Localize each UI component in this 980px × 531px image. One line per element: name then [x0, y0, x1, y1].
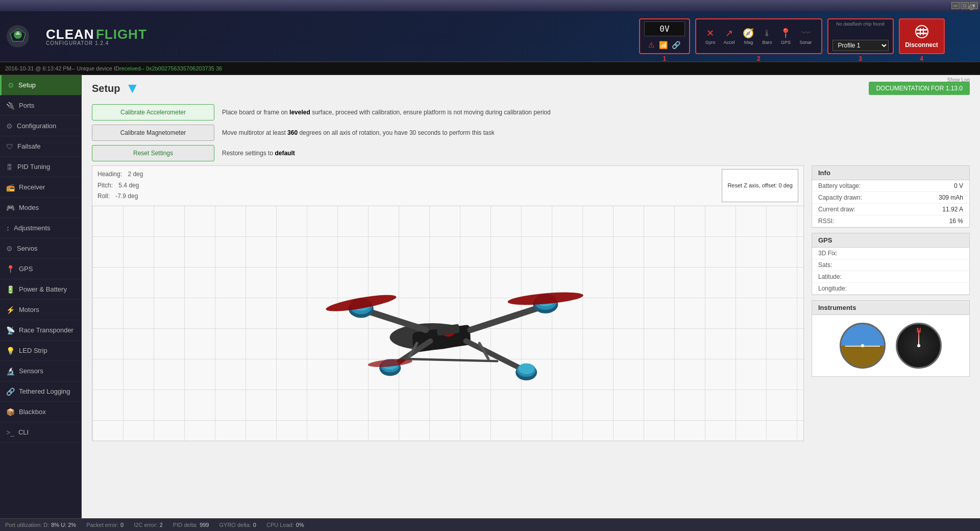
sats-label: Sats: [818, 261, 832, 269]
nav-label: Adjustments [14, 224, 51, 232]
header-right: 0V ⚠ 📶 🔗 1 ✕ Gyro ↗ Accel 🧭 Mag [639, 18, 975, 54]
sidebar-item-motors[interactable]: ⚡ Motors [0, 300, 81, 320]
reset-settings-button[interactable]: Reset Settings [92, 145, 214, 161]
received-text: received [119, 65, 141, 71]
sidebar-item-modes[interactable]: 🎮 Modes [0, 198, 81, 218]
logo-icon [5, 23, 31, 49]
drone-svg [282, 234, 614, 413]
sidebar-item-receiver[interactable]: 📻 Receiver [0, 177, 81, 198]
nav-label: PID Tuning [17, 163, 50, 171]
rssi-row: RSSI: 16 % [812, 215, 969, 227]
pid-value: 999 [200, 522, 209, 528]
sidebar-item-led-strip[interactable]: 💡 LED Strip [0, 341, 81, 361]
roll-row: Roll: -7.9 deg [97, 191, 143, 202]
gps-icon: 📍 [780, 28, 791, 39]
heading-row: Heading: 2 deg [97, 169, 143, 180]
voltage-icons: ⚠ 📶 🔗 [646, 39, 682, 51]
nav-label: LED Strip [19, 347, 47, 354]
accel-label: Accel [723, 40, 734, 45]
current-draw-label: Current draw: [818, 206, 855, 213]
doc-button[interactable]: DOCUMENTATION FOR 1.13.0 [869, 82, 970, 95]
minimize-button[interactable]: ─ [951, 2, 960, 9]
nav-label: Tethered Logging [19, 388, 70, 395]
svg-point-25 [518, 364, 534, 374]
profile-select[interactable]: Profile 1 [832, 40, 889, 51]
nav-icon: 🔬 [6, 367, 15, 375]
voltage-display: 0V [644, 21, 685, 36]
voltage-box: 0V ⚠ 📶 🔗 1 [639, 18, 690, 54]
svg-line-7 [363, 310, 426, 330]
nav-icon: 📦 [6, 408, 15, 416]
nav-icon: 🛡 [6, 142, 13, 151]
nav-icon: 📍 [6, 265, 15, 273]
gyro-icon: ✕ [706, 28, 714, 39]
fix-label: 3D Fix: [818, 250, 838, 257]
page-header: Setup ▼ DOCUMENTATION FOR 1.13.0 [92, 80, 970, 96]
pitch-value: 5.4 deg [118, 182, 139, 189]
no-dataflash-text: No dataflash chip found [836, 21, 885, 27]
port-utilization-item: Port utilization: D: 8% U: 2% [5, 522, 76, 528]
sidebar-item-race-transponder[interactable]: 📡 Race Transponder [0, 320, 81, 341]
sonar-icon: 〰 [801, 28, 811, 39]
settings-icon[interactable]: ⚙ [968, 3, 975, 12]
baro-icon: 🌡 [763, 28, 772, 39]
gps-card: GPS 3D Fix: Sats: Latitude: Longitud [812, 233, 970, 295]
compass-needle [918, 330, 919, 346]
sidebar-item-configuration[interactable]: ⚙ Configuration [0, 116, 81, 136]
instruments-area: N [812, 315, 969, 376]
statusbar: Port utilization: D: 8% U: 2% Packet err… [0, 518, 980, 531]
nav-icon: 📻 [6, 183, 15, 191]
latitude-row: Latitude: [812, 271, 969, 283]
gyro-label: GYRO delta: [219, 522, 251, 528]
show-log-button[interactable]: Show Log [947, 77, 970, 83]
disconnect-icon [914, 24, 929, 39]
nav-icon: 🔗 [6, 388, 15, 396]
sidebar-item-setup[interactable]: ⚙ Setup [0, 75, 81, 95]
main: ⚙ Setup 🔌 Ports ⚙ Configuration 🛡 Failsa… [0, 75, 980, 518]
roll-label: Roll: [97, 192, 110, 200]
sidebar-item-tethered-logging[interactable]: 🔗 Tethered Logging [0, 381, 81, 402]
svg-point-4 [916, 26, 928, 38]
calibrate-accel-button[interactable]: Calibrate Accelerometer [92, 104, 214, 120]
sidebar-item-servos[interactable]: ⚙ Servos [0, 238, 81, 259]
sidebar-item-failsafe[interactable]: 🛡 Failsafe [0, 136, 81, 157]
page-title: Setup [92, 83, 120, 94]
sidebar-item-pid-tuning[interactable]: 🎛 PID Tuning [0, 157, 81, 177]
port-value: 8% U: 2% [51, 522, 76, 528]
latitude-label: Latitude: [818, 273, 842, 280]
prefix-text: -- Unique device ID [71, 65, 119, 71]
calibrate-mag-button[interactable]: Calibrate Magnetometer [92, 125, 214, 141]
page-title-area: Setup ▼ [92, 80, 139, 96]
drone-3d-view [92, 206, 803, 441]
content: Setup ▼ DOCUMENTATION FOR 1.13.0 Calibra… [82, 75, 980, 518]
nav-icon: 📡 [6, 326, 15, 334]
middle-row: Heading: 2 deg Pitch: 5.4 deg Roll: -7.9… [92, 165, 970, 441]
signal-icon: 📶 [659, 41, 668, 49]
down-arrow-icon: ▼ [126, 80, 140, 96]
box2-num: 2 [757, 55, 761, 62]
baro-sensor: 🌡 Baro [759, 27, 775, 46]
svg-line-29 [405, 359, 497, 361]
header: CLEAN FLIGHT CONFIGURATOR 1.2.4 0V ⚠ 📶 🔗… [0, 11, 980, 62]
logo-version: CONFIGURATOR 1.2.4 [46, 40, 109, 46]
gps-card-header: GPS [812, 233, 969, 248]
titlebar: ⚙ ─ □ ✕ [0, 0, 980, 11]
sidebar-item-ports[interactable]: 🔌 Ports [0, 95, 81, 116]
sidebar-item-blackbox[interactable]: 📦 Blackbox [0, 402, 81, 422]
sidebar-item-gps[interactable]: 📍 GPS [0, 259, 81, 279]
sidebar-item-adjustments[interactable]: ↕ Adjustments [0, 218, 81, 238]
nav-icon: ⚙ [8, 81, 14, 89]
reset-text: Restore settings to default [222, 150, 295, 157]
nav-icon: 💡 [6, 347, 15, 355]
rssi-label: RSSI: [818, 218, 834, 225]
sidebar-item-sensors[interactable]: 🔬 Sensors [0, 361, 81, 381]
mag-sensor: 🧭 Mag [740, 27, 757, 46]
logo-clean: CLEAN [46, 27, 94, 42]
box1-num: 1 [663, 55, 667, 62]
nav-icon: 🔌 [6, 102, 15, 110]
sidebar-item-cli[interactable]: >_ CLI [0, 422, 81, 443]
sidebar-item-power-&-battery[interactable]: 🔋 Power & Battery [0, 279, 81, 300]
nav-icon: ⚙ [6, 245, 13, 253]
reset-z-button[interactable]: Reset Z axis, offset: 0 deg [722, 169, 798, 202]
disconnect-box[interactable]: Disconnect 4 [899, 18, 945, 54]
